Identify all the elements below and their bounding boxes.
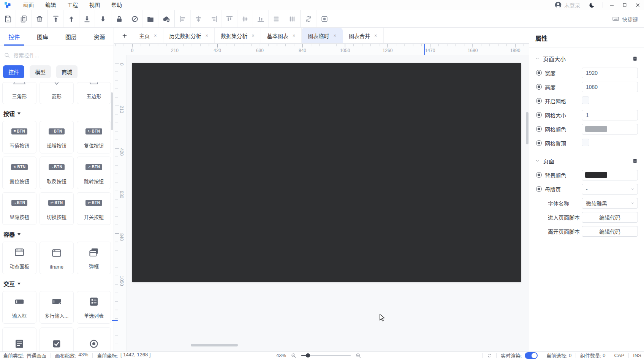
sidebar-tab[interactable]: 控件 xyxy=(0,28,28,46)
page-tab[interactable]: 历史数据分析× xyxy=(163,28,215,43)
property-input[interactable] xyxy=(582,110,638,120)
toolbar-cloud-add-button[interactable] xyxy=(158,10,174,27)
toolbar-align-center-v-button[interactable] xyxy=(191,10,206,27)
page-tab[interactable]: 图表临时× xyxy=(302,28,343,43)
tab-close-icon[interactable]: × xyxy=(374,33,377,38)
toolbar-align-right-button[interactable] xyxy=(206,10,222,27)
control-card[interactable]: 菱形 xyxy=(40,82,74,104)
toolbar-move-up-button[interactable] xyxy=(64,10,79,27)
page-tab[interactable]: 数据集分析× xyxy=(215,28,261,43)
control-card[interactable]: ↑BTN递增按钮 xyxy=(40,121,74,153)
tab-close-icon[interactable]: × xyxy=(293,33,296,38)
control-card[interactable]: =BTN写值按钮 xyxy=(2,121,36,153)
filter-button[interactable]: 控件 xyxy=(3,65,24,78)
zoom-slider-handle[interactable] xyxy=(306,353,310,357)
control-card[interactable]: 三角形 xyxy=(2,82,36,104)
page-tab[interactable]: 主页× xyxy=(133,28,163,43)
color-picker[interactable] xyxy=(582,124,638,134)
sidebar-tab[interactable]: 图库 xyxy=(28,28,57,46)
control-card[interactable]: ↻BTN复位按钮 xyxy=(77,121,111,153)
menubar-item[interactable]: 视图 xyxy=(84,0,106,10)
page-tab[interactable]: 基本图表× xyxy=(261,28,302,43)
filter-button[interactable]: 模型 xyxy=(30,65,51,78)
binding-target-icon[interactable] xyxy=(536,186,542,192)
maximize-button[interactable] xyxy=(618,0,631,10)
toolbar-save-button[interactable] xyxy=(0,10,16,27)
binding-target-icon[interactable] xyxy=(536,140,542,146)
property-checkbox[interactable] xyxy=(582,96,589,104)
toolbar-lock-button[interactable] xyxy=(112,10,127,27)
toolbar-move-top-button[interactable] xyxy=(48,10,64,27)
design-canvas[interactable] xyxy=(132,63,521,282)
toolbar-move-down-button[interactable] xyxy=(95,10,111,27)
minimize-button[interactable] xyxy=(605,0,618,10)
toolbar-record-button[interactable] xyxy=(316,10,332,27)
color-picker[interactable] xyxy=(582,170,638,180)
left-panel-scrollbar[interactable] xyxy=(111,92,113,130)
binding-target-icon[interactable] xyxy=(536,172,542,178)
toolbar-hide-button[interactable] xyxy=(127,10,143,27)
control-card[interactable] xyxy=(40,327,74,351)
vertical-scrollbar[interactable] xyxy=(526,112,528,144)
edit-code-button[interactable]: 编辑代码 xyxy=(582,226,638,237)
control-card[interactable]: iframe xyxy=(40,242,74,274)
binding-target-icon[interactable] xyxy=(536,126,542,132)
close-button[interactable] xyxy=(631,0,644,10)
property-select[interactable]: - xyxy=(582,184,638,195)
menubar-item[interactable]: 帮助 xyxy=(106,0,128,10)
user-account[interactable]: 未登录 xyxy=(554,1,580,9)
tab-close-icon[interactable]: × xyxy=(154,33,157,38)
property-input[interactable] xyxy=(582,68,638,78)
zoom-in-button[interactable] xyxy=(355,353,361,359)
add-page-tab-button[interactable] xyxy=(116,28,133,43)
binding-target-icon[interactable] xyxy=(536,112,542,118)
toolbar-move-bottom-button[interactable] xyxy=(79,10,95,27)
theme-moon-icon[interactable] xyxy=(589,2,595,8)
control-card[interactable]: 五边形 xyxy=(77,82,111,104)
property-section-header[interactable]: 页面大小 xyxy=(529,48,644,66)
control-card[interactable]: ⇌BTN开关按钮 xyxy=(77,192,111,225)
property-select[interactable]: 微软雅黑 xyxy=(582,198,638,209)
toolbar-align-center-h-button[interactable] xyxy=(237,10,253,27)
control-card[interactable]: ↯BTN置位按钮 xyxy=(2,157,36,189)
control-card[interactable]: 弹框 xyxy=(77,242,111,274)
control-card[interactable]: ¬BTN取反按钮 xyxy=(40,157,74,189)
tab-close-icon[interactable]: × xyxy=(333,33,336,38)
shortcut-hint[interactable]: 快捷键 xyxy=(612,15,638,23)
toolbar-align-top-button[interactable] xyxy=(222,10,237,27)
section-doc-icon[interactable] xyxy=(632,56,638,62)
sidebar-tab[interactable]: 资源 xyxy=(85,28,114,46)
toolbar-distribute-h-button[interactable] xyxy=(284,10,300,27)
control-card[interactable]: 多行输入... xyxy=(40,291,74,324)
zoom-out-button[interactable] xyxy=(291,353,297,359)
zoom-slider[interactable] xyxy=(301,355,351,356)
toolbar-refresh-button[interactable] xyxy=(301,10,316,27)
section-header[interactable]: 容器 xyxy=(0,230,114,238)
control-card[interactable] xyxy=(2,327,36,351)
control-card[interactable]: 输入框 xyxy=(2,291,36,324)
property-section-header[interactable]: 页面 xyxy=(529,150,644,168)
property-checkbox[interactable] xyxy=(582,139,589,146)
horizontal-scrollbar[interactable] xyxy=(191,344,238,346)
tab-close-icon[interactable]: × xyxy=(206,33,209,38)
section-doc-icon[interactable] xyxy=(632,158,638,164)
control-card[interactable] xyxy=(77,327,111,351)
filter-button[interactable]: 商城 xyxy=(56,65,78,78)
edit-code-button[interactable]: 编辑代码 xyxy=(582,212,638,223)
sidebar-tab[interactable]: 图层 xyxy=(57,28,85,46)
realtime-render-toggle[interactable] xyxy=(525,352,538,359)
binding-target-icon[interactable] xyxy=(536,84,542,90)
refresh-button[interactable] xyxy=(487,353,492,358)
toolbar-copy-button[interactable] xyxy=(16,10,32,27)
section-header[interactable]: 按钮 xyxy=(0,109,114,117)
control-card[interactable]: ↗BTN跳转按钮 xyxy=(77,157,111,189)
menubar-item[interactable]: 画面 xyxy=(17,0,40,10)
binding-target-icon[interactable] xyxy=(536,70,542,76)
control-card[interactable]: ⇌BTN切换按钮 xyxy=(40,192,74,225)
menubar-item[interactable]: 工程 xyxy=(62,0,84,10)
control-card[interactable]: 动态面板 xyxy=(2,242,36,274)
toolbar-folder-button[interactable] xyxy=(143,10,158,27)
control-card[interactable]: ∷BTN显隐按钮 xyxy=(2,192,36,225)
menubar-item[interactable]: 编辑 xyxy=(40,0,62,10)
page-tab[interactable]: 图表合并× xyxy=(343,28,384,43)
